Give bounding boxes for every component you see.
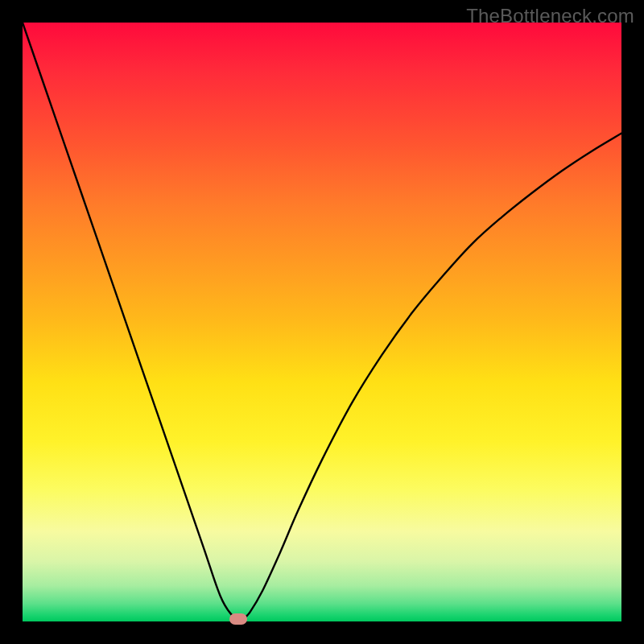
- watermark-text: TheBottleneck.com: [466, 5, 634, 27]
- plot-area: [23, 23, 621, 621]
- chart-frame: TheBottleneck.com: [0, 0, 644, 644]
- optimal-point-marker: [229, 613, 247, 625]
- bottleneck-curve: [23, 23, 621, 621]
